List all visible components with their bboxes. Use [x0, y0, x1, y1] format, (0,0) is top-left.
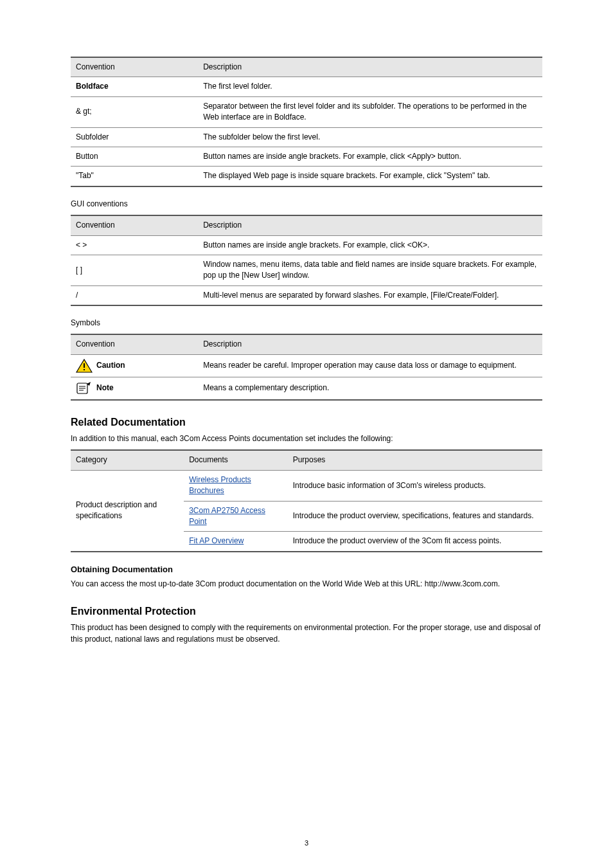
table-row: [ ] Window names, menu items, data table…: [71, 255, 542, 285]
table-row: Button Button names are inside angle bra…: [71, 147, 542, 166]
th-description: Description: [198, 57, 542, 77]
th-convention: Convention: [71, 57, 198, 77]
table-row: & gt; Separator between the first level …: [71, 96, 542, 127]
table-row: Subfolder The subfolder below the first …: [71, 127, 542, 147]
cell: Means reader be careful. Improper operat…: [198, 354, 542, 377]
page: Convention Description Boldface The firs…: [0, 0, 613, 868]
cell: Button names are inside angle brackets. …: [198, 147, 542, 166]
table-row: Product description and specifications W…: [71, 470, 542, 501]
cell: Separator between the first level folder…: [198, 96, 542, 127]
cell: [ ]: [71, 255, 198, 285]
cell: Button names are inside angle brackets. …: [198, 235, 542, 255]
doc-link[interactable]: Wireless Products Brochures: [189, 475, 251, 495]
symbols-caption: Symbols: [71, 318, 542, 329]
cell: Introduce the product overview of the 3C…: [288, 532, 542, 552]
gui-conventions-table: Convention Description < > Button names …: [71, 215, 542, 306]
cell-category: Product description and specifications: [71, 470, 184, 551]
related-docs-table: Category Documents Purposes Product desc…: [71, 449, 542, 552]
cell: Multi-level menus are separated by forwa…: [198, 285, 542, 305]
cell: Subfolder: [71, 127, 198, 147]
cell: Button: [71, 147, 198, 166]
cell: The first level folder.: [198, 77, 542, 96]
th-description: Description: [198, 215, 542, 235]
cell: Window names, menu items, data table and…: [198, 255, 542, 285]
table-row: Boldface The first level folder.: [71, 77, 542, 96]
cell: "Tab": [71, 167, 198, 186]
obtaining-documentation-para: You can access the most up-to-date 3Com …: [71, 579, 542, 590]
related-documentation-intro: In addition to this manual, each 3Com Ac…: [71, 433, 542, 444]
table-row: Note Means a complementary description.: [71, 377, 542, 400]
caution-icon: [76, 359, 93, 373]
table-row: < > Button names are inside angle bracke…: [71, 235, 542, 255]
gui-conventions-caption: GUI conventions: [71, 199, 542, 210]
cell: Means a complementary description.: [198, 377, 542, 400]
caution-label: Caution: [96, 360, 125, 371]
cell: < >: [71, 235, 198, 255]
cell: The displayed Web page is inside square …: [198, 167, 542, 186]
obtaining-documentation-heading: Obtaining Documentation: [71, 564, 542, 576]
environmental-protection-para: This product has been designed to comply…: [71, 622, 542, 645]
svg-rect-1: [84, 363, 85, 368]
table-row: / Multi-level menus are separated by for…: [71, 285, 542, 305]
table-header-row: Convention Description: [71, 57, 542, 77]
th-category: Category: [71, 450, 184, 470]
th-convention: Convention: [71, 334, 198, 354]
th-description: Description: [198, 334, 542, 354]
table-header-row: Category Documents Purposes: [71, 450, 542, 470]
environmental-protection-heading: Environmental Protection: [71, 604, 542, 619]
conventions-table: Convention Description Boldface The firs…: [71, 57, 542, 187]
table-row: Caution Means reader be careful. Imprope…: [71, 354, 542, 377]
svg-rect-2: [84, 369, 85, 370]
th-documents: Documents: [184, 450, 287, 470]
cell: Boldface: [76, 82, 109, 91]
note-label: Note: [96, 383, 114, 393]
cell: Introduce the product overview, specific…: [288, 501, 542, 532]
table-header-row: Convention Description: [71, 215, 542, 235]
cell: & gt;: [71, 96, 198, 127]
table-header-row: Convention Description: [71, 334, 542, 354]
note-icon: [76, 381, 93, 395]
table-row: "Tab" The displayed Web page is inside s…: [71, 167, 542, 186]
related-documentation-heading: Related Documentation: [71, 415, 542, 429]
cell: The subfolder below the first level.: [198, 127, 542, 147]
cell: /: [71, 285, 198, 305]
th-purposes: Purposes: [288, 450, 542, 470]
symbols-table: Convention Description Caution Means rea…: [71, 334, 542, 400]
page-number: 3: [0, 838, 613, 849]
doc-link[interactable]: 3Com AP2750 Access Point: [189, 506, 265, 526]
th-convention: Convention: [71, 215, 198, 235]
cell: Introduce basic information of 3Com's wi…: [288, 470, 542, 501]
doc-link[interactable]: Fit AP Overview: [189, 536, 244, 545]
